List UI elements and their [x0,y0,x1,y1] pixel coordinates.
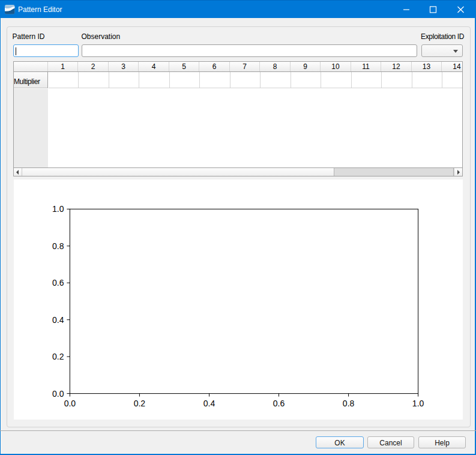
svg-text:1.0: 1.0 [52,204,64,214]
svg-text:0.8: 0.8 [343,399,355,408]
svg-text:0.2: 0.2 [52,352,64,361]
svg-text:0.4: 0.4 [52,315,64,325]
svg-text:0.0: 0.0 [64,399,76,408]
svg-text:0.4: 0.4 [203,399,215,408]
svg-text:1.0: 1.0 [412,399,424,408]
svg-text:0.0: 0.0 [52,389,64,399]
svg-text:0.8: 0.8 [52,241,64,251]
svg-text:0.6: 0.6 [52,278,64,288]
svg-text:0.6: 0.6 [273,399,285,408]
svg-text:0.2: 0.2 [134,399,146,408]
